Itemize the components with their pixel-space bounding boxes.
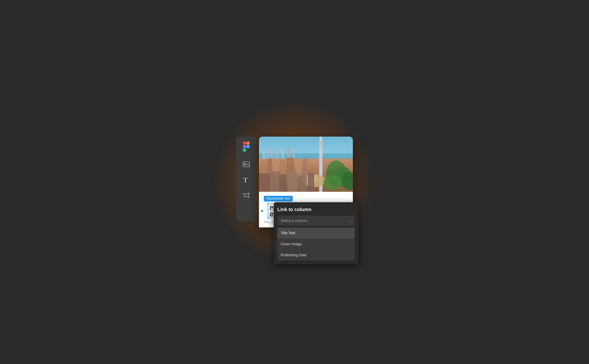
- svg-rect-40: [320, 143, 321, 144]
- svg-rect-59: [270, 171, 279, 192]
- svg-rect-35: [319, 142, 320, 143]
- text-tool-button[interactable]: T: [240, 173, 253, 187]
- shuffle-tool-button[interactable]: [240, 188, 253, 202]
- svg-rect-58: [259, 173, 270, 192]
- city-illustration: [259, 136, 353, 192]
- column-options-list: Title Text Cover Image Publishing Date: [277, 228, 355, 260]
- svg-rect-61: [288, 172, 298, 192]
- svg-rect-24: [303, 159, 307, 177]
- resize-handle-bl[interactable]: [267, 217, 269, 219]
- svg-rect-5: [243, 162, 250, 167]
- podcast-card: Placeholder text Podcast: Cities may be …: [259, 136, 353, 228]
- option-cover-image[interactable]: Cover Image: [277, 239, 355, 250]
- svg-rect-36: [320, 142, 321, 143]
- svg-rect-43: [319, 144, 320, 145]
- option-title-text[interactable]: Title Text: [277, 228, 355, 239]
- svg-rect-42: [322, 143, 323, 144]
- svg-point-57: [323, 175, 342, 190]
- svg-rect-37: [321, 142, 322, 143]
- toolbar: T: [236, 136, 256, 221]
- card-cover-image: [259, 136, 353, 192]
- svg-rect-33: [321, 141, 322, 142]
- svg-rect-46: [322, 144, 323, 145]
- figma-logo-area[interactable]: [243, 141, 250, 152]
- svg-rect-3: [243, 148, 246, 152]
- svg-point-4: [246, 145, 250, 148]
- column-select[interactable]: Select a column...: [277, 216, 355, 226]
- svg-rect-45: [321, 144, 322, 145]
- svg-text:T: T: [243, 176, 248, 184]
- text-icon: T: [242, 176, 250, 184]
- image-tool-button[interactable]: [240, 157, 253, 171]
- svg-rect-41: [321, 143, 322, 144]
- svg-rect-1: [246, 141, 250, 145]
- svg-rect-44: [320, 144, 321, 145]
- svg-rect-34: [322, 141, 323, 142]
- svg-rect-0: [243, 141, 246, 145]
- column-select-wrapper[interactable]: Select a column... ⌄: [277, 216, 355, 226]
- shuffle-icon: [242, 191, 250, 199]
- main-container: T: [236, 136, 353, 228]
- image-icon: [242, 160, 250, 168]
- svg-rect-47: [319, 145, 320, 146]
- svg-rect-48: [320, 145, 321, 146]
- svg-rect-27: [319, 140, 320, 141]
- placeholder-badge: Placeholder text: [264, 196, 293, 202]
- svg-rect-50: [322, 145, 323, 146]
- svg-rect-62: [299, 175, 307, 192]
- svg-rect-49: [321, 145, 322, 146]
- link-to-column-panel: Link to column Select a column... ⌄ Titl…: [274, 202, 358, 264]
- selection-dot: [261, 210, 263, 212]
- figma-icon: [243, 141, 250, 152]
- svg-rect-31: [319, 141, 320, 142]
- svg-rect-30: [322, 140, 323, 141]
- svg-rect-63: [308, 173, 314, 192]
- svg-rect-2: [243, 145, 246, 148]
- svg-rect-39: [319, 143, 320, 144]
- resize-handle-tl[interactable]: [267, 203, 269, 205]
- svg-rect-32: [320, 141, 321, 142]
- svg-rect-60: [279, 174, 287, 192]
- option-publishing-date[interactable]: Publishing Date: [277, 250, 355, 260]
- link-to-column-title: Link to column: [277, 207, 355, 212]
- svg-rect-38: [322, 142, 323, 143]
